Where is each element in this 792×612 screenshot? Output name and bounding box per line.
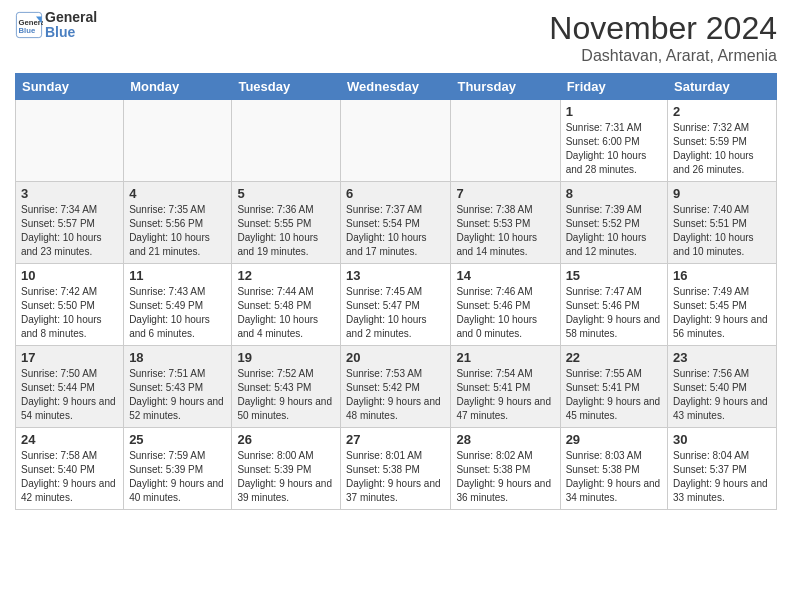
calendar-day-header: Tuesday [232, 74, 341, 100]
day-number: 30 [673, 432, 771, 447]
day-info: Sunrise: 7:59 AMSunset: 5:39 PMDaylight:… [129, 449, 226, 505]
calendar-table: SundayMondayTuesdayWednesdayThursdayFrid… [15, 73, 777, 510]
calendar-day-cell [124, 100, 232, 182]
calendar-day-cell: 24Sunrise: 7:58 AMSunset: 5:40 PMDayligh… [16, 428, 124, 510]
day-info: Sunrise: 8:02 AMSunset: 5:38 PMDaylight:… [456, 449, 554, 505]
calendar-day-cell: 23Sunrise: 7:56 AMSunset: 5:40 PMDayligh… [668, 346, 777, 428]
day-info: Sunrise: 7:44 AMSunset: 5:48 PMDaylight:… [237, 285, 335, 341]
svg-text:Blue: Blue [19, 27, 36, 36]
calendar-day-cell: 2Sunrise: 7:32 AMSunset: 5:59 PMDaylight… [668, 100, 777, 182]
calendar-header-row: SundayMondayTuesdayWednesdayThursdayFrid… [16, 74, 777, 100]
day-info: Sunrise: 7:50 AMSunset: 5:44 PMDaylight:… [21, 367, 118, 423]
calendar-day-cell: 14Sunrise: 7:46 AMSunset: 5:46 PMDayligh… [451, 264, 560, 346]
calendar-week-row: 1Sunrise: 7:31 AMSunset: 6:00 PMDaylight… [16, 100, 777, 182]
day-info: Sunrise: 7:42 AMSunset: 5:50 PMDaylight:… [21, 285, 118, 341]
calendar-week-row: 10Sunrise: 7:42 AMSunset: 5:50 PMDayligh… [16, 264, 777, 346]
day-info: Sunrise: 7:43 AMSunset: 5:49 PMDaylight:… [129, 285, 226, 341]
calendar-day-cell: 30Sunrise: 8:04 AMSunset: 5:37 PMDayligh… [668, 428, 777, 510]
day-number: 7 [456, 186, 554, 201]
calendar-day-cell: 25Sunrise: 7:59 AMSunset: 5:39 PMDayligh… [124, 428, 232, 510]
calendar-day-cell: 21Sunrise: 7:54 AMSunset: 5:41 PMDayligh… [451, 346, 560, 428]
day-info: Sunrise: 7:54 AMSunset: 5:41 PMDaylight:… [456, 367, 554, 423]
day-number: 27 [346, 432, 445, 447]
day-info: Sunrise: 7:37 AMSunset: 5:54 PMDaylight:… [346, 203, 445, 259]
day-number: 14 [456, 268, 554, 283]
logo-blue: Blue [45, 24, 75, 40]
calendar-day-cell: 6Sunrise: 7:37 AMSunset: 5:54 PMDaylight… [341, 182, 451, 264]
calendar-day-cell: 11Sunrise: 7:43 AMSunset: 5:49 PMDayligh… [124, 264, 232, 346]
calendar-week-row: 17Sunrise: 7:50 AMSunset: 5:44 PMDayligh… [16, 346, 777, 428]
day-number: 10 [21, 268, 118, 283]
day-number: 26 [237, 432, 335, 447]
calendar-day-header: Friday [560, 74, 667, 100]
day-info: Sunrise: 7:58 AMSunset: 5:40 PMDaylight:… [21, 449, 118, 505]
day-info: Sunrise: 7:31 AMSunset: 6:00 PMDaylight:… [566, 121, 662, 177]
day-number: 1 [566, 104, 662, 119]
day-info: Sunrise: 7:53 AMSunset: 5:42 PMDaylight:… [346, 367, 445, 423]
day-number: 2 [673, 104, 771, 119]
calendar-day-cell: 8Sunrise: 7:39 AMSunset: 5:52 PMDaylight… [560, 182, 667, 264]
calendar-week-row: 3Sunrise: 7:34 AMSunset: 5:57 PMDaylight… [16, 182, 777, 264]
calendar-day-cell: 22Sunrise: 7:55 AMSunset: 5:41 PMDayligh… [560, 346, 667, 428]
day-number: 8 [566, 186, 662, 201]
day-info: Sunrise: 7:39 AMSunset: 5:52 PMDaylight:… [566, 203, 662, 259]
calendar-day-cell: 10Sunrise: 7:42 AMSunset: 5:50 PMDayligh… [16, 264, 124, 346]
calendar-day-cell: 27Sunrise: 8:01 AMSunset: 5:38 PMDayligh… [341, 428, 451, 510]
day-info: Sunrise: 7:46 AMSunset: 5:46 PMDaylight:… [456, 285, 554, 341]
calendar-day-cell: 1Sunrise: 7:31 AMSunset: 6:00 PMDaylight… [560, 100, 667, 182]
calendar-day-header: Monday [124, 74, 232, 100]
day-number: 11 [129, 268, 226, 283]
calendar-day-cell: 13Sunrise: 7:45 AMSunset: 5:47 PMDayligh… [341, 264, 451, 346]
day-number: 12 [237, 268, 335, 283]
calendar-day-header: Wednesday [341, 74, 451, 100]
logo-general: General [45, 9, 97, 25]
calendar-day-cell: 29Sunrise: 8:03 AMSunset: 5:38 PMDayligh… [560, 428, 667, 510]
title-block: November 2024 Dashtavan, Ararat, Armenia [549, 10, 777, 65]
calendar-day-cell: 20Sunrise: 7:53 AMSunset: 5:42 PMDayligh… [341, 346, 451, 428]
calendar-day-cell [451, 100, 560, 182]
calendar-day-cell [232, 100, 341, 182]
calendar-day-header: Thursday [451, 74, 560, 100]
day-info: Sunrise: 7:52 AMSunset: 5:43 PMDaylight:… [237, 367, 335, 423]
day-number: 9 [673, 186, 771, 201]
day-info: Sunrise: 7:35 AMSunset: 5:56 PMDaylight:… [129, 203, 226, 259]
day-number: 3 [21, 186, 118, 201]
day-info: Sunrise: 8:04 AMSunset: 5:37 PMDaylight:… [673, 449, 771, 505]
day-info: Sunrise: 7:32 AMSunset: 5:59 PMDaylight:… [673, 121, 771, 177]
day-number: 25 [129, 432, 226, 447]
calendar-day-cell: 28Sunrise: 8:02 AMSunset: 5:38 PMDayligh… [451, 428, 560, 510]
day-info: Sunrise: 7:34 AMSunset: 5:57 PMDaylight:… [21, 203, 118, 259]
calendar-day-cell [16, 100, 124, 182]
calendar-day-cell: 26Sunrise: 8:00 AMSunset: 5:39 PMDayligh… [232, 428, 341, 510]
day-info: Sunrise: 7:55 AMSunset: 5:41 PMDaylight:… [566, 367, 662, 423]
day-number: 29 [566, 432, 662, 447]
day-number: 18 [129, 350, 226, 365]
month-title: November 2024 [549, 10, 777, 47]
calendar-day-cell: 12Sunrise: 7:44 AMSunset: 5:48 PMDayligh… [232, 264, 341, 346]
day-number: 28 [456, 432, 554, 447]
calendar-day-cell: 5Sunrise: 7:36 AMSunset: 5:55 PMDaylight… [232, 182, 341, 264]
day-number: 22 [566, 350, 662, 365]
day-number: 4 [129, 186, 226, 201]
calendar-day-header: Saturday [668, 74, 777, 100]
day-number: 17 [21, 350, 118, 365]
page-container: General Blue General Blue November 2024 … [0, 0, 792, 520]
calendar-week-row: 24Sunrise: 7:58 AMSunset: 5:40 PMDayligh… [16, 428, 777, 510]
day-info: Sunrise: 7:49 AMSunset: 5:45 PMDaylight:… [673, 285, 771, 341]
day-number: 23 [673, 350, 771, 365]
calendar-day-cell: 3Sunrise: 7:34 AMSunset: 5:57 PMDaylight… [16, 182, 124, 264]
day-number: 15 [566, 268, 662, 283]
calendar-day-cell: 4Sunrise: 7:35 AMSunset: 5:56 PMDaylight… [124, 182, 232, 264]
calendar-day-cell: 16Sunrise: 7:49 AMSunset: 5:45 PMDayligh… [668, 264, 777, 346]
day-number: 13 [346, 268, 445, 283]
day-number: 5 [237, 186, 335, 201]
calendar-day-header: Sunday [16, 74, 124, 100]
calendar-day-cell: 17Sunrise: 7:50 AMSunset: 5:44 PMDayligh… [16, 346, 124, 428]
header: General Blue General Blue November 2024 … [15, 10, 777, 65]
day-number: 24 [21, 432, 118, 447]
day-info: Sunrise: 7:51 AMSunset: 5:43 PMDaylight:… [129, 367, 226, 423]
day-info: Sunrise: 7:36 AMSunset: 5:55 PMDaylight:… [237, 203, 335, 259]
logo-icon: General Blue [15, 11, 43, 39]
location: Dashtavan, Ararat, Armenia [549, 47, 777, 65]
day-number: 16 [673, 268, 771, 283]
